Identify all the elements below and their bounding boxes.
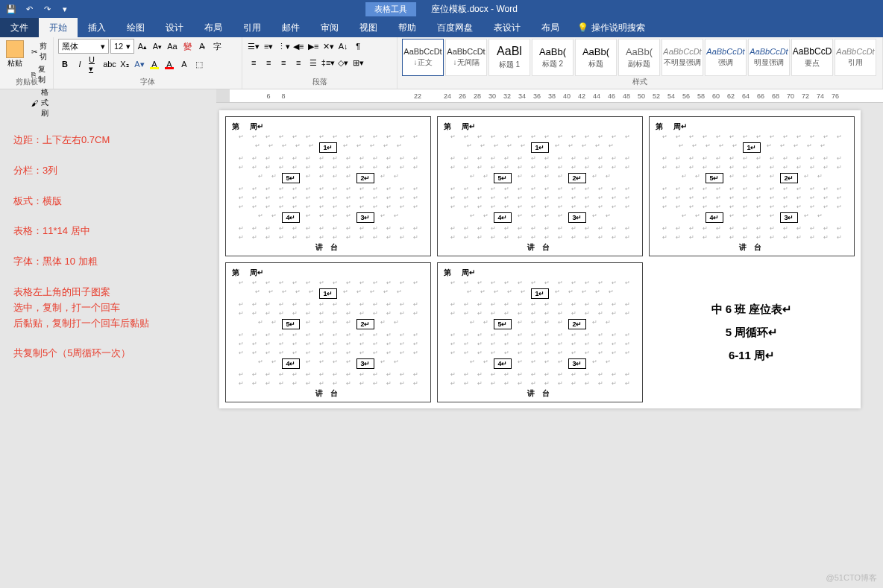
style-item[interactable]: AaBbCcDt不明显强调 bbox=[662, 39, 703, 76]
tab-table-layout[interactable]: 布局 bbox=[531, 18, 570, 37]
style-item[interactable]: AaBbCcDt强调 bbox=[705, 39, 747, 76]
clipboard-group-label: 剪贴板 bbox=[0, 77, 53, 87]
tab-layout[interactable]: 布局 bbox=[194, 18, 233, 37]
tab-review[interactable]: 审阅 bbox=[310, 18, 349, 37]
sort-button[interactable]: ✕▾ bbox=[321, 39, 335, 54]
tab-home[interactable]: 开始 bbox=[39, 18, 78, 37]
seating-table[interactable]: 第 周↵↵↵↵↵↵↵↵↵↵↵↵↵↵↵↵↵↵↵↵1↵↵↵↵↵↵↵↵↵↵↵↵↵↵↵↵… bbox=[437, 262, 643, 402]
bulb-icon: 💡 bbox=[577, 22, 588, 33]
ribbon-tabs: 文件 开始 插入 绘图 设计 布局 引用 邮件 审阅 视图 帮助 百度网盘 表设… bbox=[0, 18, 883, 37]
note-table: 表格：11*14 居中 bbox=[13, 224, 203, 239]
tab-table-design[interactable]: 表设计 bbox=[483, 18, 531, 37]
bold-button[interactable]: B bbox=[58, 57, 72, 72]
change-case-button[interactable]: Aa bbox=[166, 39, 179, 54]
borders-button[interactable]: ⊞▾ bbox=[351, 55, 365, 70]
chevron-down-icon: ▾ bbox=[126, 42, 131, 51]
styles-gallery[interactable]: AaBbCcDt↓正文AaBbCcDt↓无间隔AaBl标题 1AaBb(标题 2… bbox=[402, 39, 878, 79]
align-left-button[interactable]: ≡ bbox=[247, 55, 260, 70]
note-font: 字体：黑体 10 加粗 bbox=[13, 254, 203, 270]
painter-icon: 🖌 bbox=[31, 99, 39, 107]
note-total: 共复制5个（5周循环一次） bbox=[13, 346, 203, 361]
numbering-button[interactable]: ≡▾ bbox=[262, 39, 275, 54]
align-right-button[interactable]: ≡ bbox=[277, 55, 290, 70]
style-item[interactable]: AaBb(标题 2 bbox=[532, 39, 574, 76]
seating-table[interactable]: 第 周↵↵↵↵↵↵↵↵↵↵↵↵↵↵↵↵↵↵↵↵1↵↵↵↵↵↵↵↵↵↵↵↵↵↵↵↵… bbox=[225, 116, 431, 256]
document-area[interactable]: 第 周↵↵↵↵↵↵↵↵↵↵↵↵↵↵↵↵↵↵↵↵1↵↵↵↵↵↵↵↵↵↵↵↵↵↵↵↵… bbox=[216, 103, 883, 588]
quick-access-toolbar: 💾 ↶ ↷ ▾ bbox=[0, 2, 72, 16]
style-item[interactable]: AaBbCcDt↓无间隔 bbox=[445, 39, 487, 76]
tab-baidu[interactable]: 百度网盘 bbox=[427, 18, 483, 37]
shading-button[interactable]: ◇▾ bbox=[336, 55, 350, 70]
shrink-font-button[interactable]: A▾ bbox=[151, 39, 164, 54]
tell-me-search[interactable]: 💡 操作说明搜索 bbox=[577, 22, 645, 34]
align-center-button[interactable]: ≡ bbox=[262, 55, 275, 70]
redo-icon[interactable]: ↷ bbox=[40, 2, 54, 16]
sort-az-button[interactable]: A↓ bbox=[336, 39, 350, 54]
tab-help[interactable]: 帮助 bbox=[388, 18, 427, 37]
distribute-button[interactable]: ☰ bbox=[307, 55, 320, 70]
styles-group-label: 样式 bbox=[397, 77, 882, 87]
info-weeks: 6-11 周↵ bbox=[729, 349, 775, 363]
cut-button[interactable]: ✂剪切 bbox=[29, 40, 51, 63]
chevron-down-icon: ▾ bbox=[101, 42, 105, 51]
note-margin: 边距：上下左右0.7CM bbox=[13, 133, 203, 148]
undo-icon[interactable]: ↶ bbox=[22, 2, 36, 16]
watermark: @51CTO博客 bbox=[826, 572, 877, 584]
sub-sup-button[interactable]: X₂ bbox=[118, 57, 131, 72]
text-effects-button[interactable]: A▾ bbox=[133, 57, 146, 72]
document-title: 座位模板.docx - Word bbox=[431, 3, 518, 16]
save-icon[interactable]: 💾 bbox=[4, 2, 18, 16]
decrease-indent-button[interactable]: ◀≡ bbox=[292, 39, 305, 54]
page: 第 周↵↵↵↵↵↵↵↵↵↵↵↵↵↵↵↵↵↵↵↵1↵↵↵↵↵↵↵↵↵↵↵↵↵↵↵↵… bbox=[219, 110, 861, 408]
tab-draw[interactable]: 绘图 bbox=[116, 18, 155, 37]
clear-format-button[interactable]: A̶ bbox=[195, 39, 209, 54]
font-size-combo[interactable]: 12▾ bbox=[110, 39, 134, 54]
qat-more-icon[interactable]: ▾ bbox=[58, 2, 72, 16]
font-name-combo[interactable]: 黑体▾ bbox=[58, 39, 109, 54]
enclose-button[interactable]: 字 bbox=[210, 39, 224, 54]
show-marks-button[interactable]: ¶ bbox=[351, 39, 365, 54]
note-orientation: 板式：横版 bbox=[13, 194, 203, 209]
grow-font-button[interactable]: A▴ bbox=[136, 39, 149, 54]
seating-table[interactable]: 第 周↵↵↵↵↵↵↵↵↵↵↵↵↵↵↵↵↵↵↵↵1↵↵↵↵↵↵↵↵↵↵↵↵↵↵↵↵… bbox=[437, 116, 643, 256]
style-item[interactable]: AaBl标题 1 bbox=[488, 39, 530, 76]
seating-table[interactable]: 第 周↵↵↵↵↵↵↵↵↵↵↵↵↵↵↵↵↵↵↵↵1↵↵↵↵↵↵↵↵↵↵↵↵↵↵↵↵… bbox=[225, 262, 431, 402]
format-painter-button[interactable]: 🖌格式刷 bbox=[29, 86, 51, 119]
title-bar: 💾 ↶ ↷ ▾ 表格工具 座位模板.docx - Word bbox=[0, 0, 883, 18]
bullets-button[interactable]: ☰▾ bbox=[247, 39, 260, 54]
font-group-label: 字体 bbox=[54, 77, 242, 87]
tell-me-label: 操作说明搜索 bbox=[591, 22, 645, 34]
tab-insert[interactable]: 插入 bbox=[78, 18, 116, 37]
info-cycle: 5 周循环↵ bbox=[726, 326, 779, 340]
tab-design[interactable]: 设计 bbox=[155, 18, 194, 37]
justify-button[interactable]: ≡ bbox=[292, 55, 305, 70]
multilevel-button[interactable]: ⋮▾ bbox=[277, 39, 290, 54]
tab-file[interactable]: 文件 bbox=[0, 18, 39, 37]
increase-indent-button[interactable]: ▶≡ bbox=[307, 39, 320, 54]
highlight-button[interactable]: A bbox=[148, 57, 161, 72]
style-item[interactable]: AaBbCcD要点 bbox=[791, 39, 833, 76]
ribbon: 粘贴 ✂剪切 ⎘复制 🖌格式刷 剪贴板 黑体▾ 12▾ A▴ A▾ Aa 變 A… bbox=[0, 37, 883, 89]
style-item[interactable]: AaBbCcDt↓正文 bbox=[402, 39, 444, 76]
seating-table[interactable]: 第 周↵↵↵↵↵↵↵↵↵↵↵↵↵↵↵↵↵↵↵↵1↵↵↵↵↵↵↵↵↵↵↵↵↵↵↵↵… bbox=[649, 116, 855, 256]
phonetic-button[interactable]: 變 bbox=[180, 39, 194, 54]
tab-view[interactable]: 视图 bbox=[349, 18, 388, 37]
underline-button[interactable]: U ▾ bbox=[88, 57, 101, 72]
paragraph-group-label: 段落 bbox=[242, 77, 397, 87]
tab-references[interactable]: 引用 bbox=[233, 18, 271, 37]
line-spacing-button[interactable]: ‡≡▾ bbox=[321, 55, 335, 70]
style-item[interactable]: AaBbCcDt引用 bbox=[835, 39, 876, 76]
horizontal-ruler[interactable]: 2682224262830323436384042444648505254565… bbox=[216, 89, 883, 103]
tab-mailings[interactable]: 邮件 bbox=[271, 18, 310, 37]
font-color-button[interactable]: A bbox=[163, 57, 176, 72]
char-border-button[interactable]: ⬚ bbox=[192, 57, 206, 72]
italic-button[interactable]: I bbox=[73, 57, 87, 72]
strike-button[interactable]: abc bbox=[103, 57, 116, 72]
info-class: 中 6 班 座位表↵ bbox=[711, 303, 793, 317]
style-item[interactable]: AaBb(标题 bbox=[575, 39, 617, 76]
char-shading-button[interactable]: A bbox=[177, 57, 191, 72]
annotation-panel: 边距：上下左右0.7CM 分栏：3列 板式：横版 表格：11*14 居中 字体：… bbox=[0, 103, 216, 588]
info-block: 中 6 班 座位表↵5 周循环↵6-11 周↵ bbox=[649, 262, 855, 402]
style-item[interactable]: AaBb(副标题 bbox=[618, 39, 660, 76]
style-item[interactable]: AaBbCcDt明显强调 bbox=[748, 39, 790, 76]
